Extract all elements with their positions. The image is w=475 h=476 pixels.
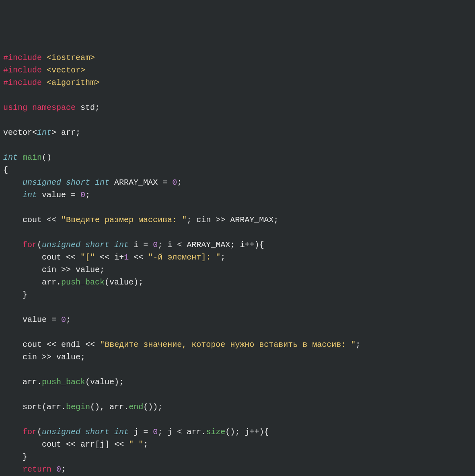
bracket-open: [ [95, 440, 100, 449]
semicolon: ; [61, 465, 66, 474]
number: 0 [172, 178, 177, 187]
brace-close: } [23, 290, 27, 299]
semicolon: ; [85, 190, 90, 200]
operator-stream: << [66, 440, 76, 449]
semicolon: ; [273, 215, 278, 225]
code-line: arr.push_back(value); [3, 278, 143, 287]
operator-assign: = [143, 240, 148, 249]
code-line: { [3, 165, 8, 175]
preprocessor-include: #include [3, 78, 42, 87]
keyword-return: return [23, 465, 51, 474]
paren-open: ( [37, 240, 42, 249]
keyword-int: int [114, 427, 129, 437]
identifier: i [240, 240, 245, 249]
number: 0 [61, 315, 66, 324]
operator-lt: < [177, 427, 182, 437]
identifier: value [23, 315, 47, 324]
semicolon: ; [187, 215, 191, 225]
string-literal: "Введите размер массива: " [61, 215, 187, 225]
identifier: arr [80, 440, 95, 449]
operator-stream: << [47, 215, 56, 225]
code-line: arr.push_back(value); [3, 377, 124, 387]
type-int: int [37, 128, 51, 137]
semicolon: ; [95, 103, 100, 112]
keyword-short: short [85, 427, 109, 437]
identifier: arr [61, 128, 76, 137]
identifier: arr [109, 402, 124, 412]
code-line: #include <vector> [3, 66, 85, 75]
number: 0 [153, 240, 158, 249]
code-line: value = 0; [3, 315, 71, 324]
code-line: for(unsigned short int i = 0; i < ARRAY_… [3, 240, 264, 249]
semicolon: ; [220, 253, 225, 262]
code-line: cout << "Введите размер массива: "; cin … [3, 215, 278, 225]
semicolon: ; [235, 427, 240, 437]
identifier: value [109, 278, 134, 287]
identifier: j [134, 427, 138, 437]
brace-close: } [23, 452, 27, 462]
function-sort: sort [23, 402, 42, 412]
operator-plus: + [119, 253, 124, 262]
method-begin: begin [66, 402, 90, 412]
string-literal: "-й элемент]: " [148, 253, 220, 262]
identifier: j [245, 427, 249, 437]
identifier: value [90, 377, 114, 387]
paren-close: ) [259, 427, 264, 437]
semicolon: ; [177, 178, 182, 187]
keyword-for: for [23, 427, 37, 437]
identifier: value [42, 190, 66, 200]
type-int: int [3, 153, 18, 162]
identifier: cout [23, 215, 42, 225]
operator-stream: << [47, 340, 56, 349]
identifier: cout [42, 253, 61, 262]
keyword-unsigned: unsigned [42, 427, 80, 437]
paren-open: ( [37, 427, 42, 437]
semicolon: ; [143, 440, 148, 449]
code-line: #include <algorithm> [3, 78, 100, 87]
operator-assign: = [71, 190, 76, 200]
semicolon: ; [158, 427, 162, 437]
dot: . [56, 278, 61, 287]
keyword-int: int [95, 178, 109, 187]
code-line: cout << arr[j] << " "; [3, 440, 148, 449]
dot: . [201, 427, 206, 437]
identifier: endl [61, 340, 80, 349]
keyword-unsigned: unsigned [42, 240, 80, 249]
code-line: cin >> value; [3, 352, 85, 362]
code-line: cout << "[" << i+1 << "-й элемент]: "; [3, 253, 225, 262]
identifier: ARRAY_MAX [187, 240, 230, 249]
operator-assign: = [51, 315, 56, 324]
code-block: #include <iostream> #include <vector> #i… [3, 52, 472, 476]
identifier: value [56, 352, 80, 362]
dot: . [37, 377, 42, 387]
keyword-short: short [66, 178, 90, 187]
identifier: cin [196, 215, 211, 225]
string-literal: "[" [80, 253, 95, 262]
keyword-int: int [114, 240, 129, 249]
method-end: end [129, 402, 143, 412]
parentheses: () [225, 427, 235, 437]
code-line: cout << endl << "Введите значение, котор… [3, 340, 360, 349]
number: 0 [153, 427, 158, 437]
semicolon: ; [138, 278, 143, 287]
code-line: for(unsigned short int j = 0; j < arr.si… [3, 427, 269, 437]
operator-lt: < [177, 240, 182, 249]
angle-bracket: < [32, 128, 37, 137]
operator-stream: << [100, 253, 109, 262]
paren-open: ( [105, 278, 109, 287]
paren-close: ) [254, 240, 259, 249]
operator-assign: = [162, 178, 167, 187]
bracket-close: ] [105, 440, 109, 449]
preprocessor-include: #include [3, 66, 42, 75]
identifier: vector [3, 128, 32, 137]
keyword-short: short [85, 240, 109, 249]
method-size: size [206, 427, 225, 437]
operator-increment: ++ [245, 240, 254, 249]
semicolon: ; [230, 240, 235, 249]
include-target: <iostream> [47, 53, 95, 62]
number: 0 [56, 465, 61, 474]
identifier: arr [42, 278, 56, 287]
identifier: cin [23, 352, 37, 362]
code-line: return 0; [3, 465, 66, 474]
identifier: arr [47, 402, 61, 412]
